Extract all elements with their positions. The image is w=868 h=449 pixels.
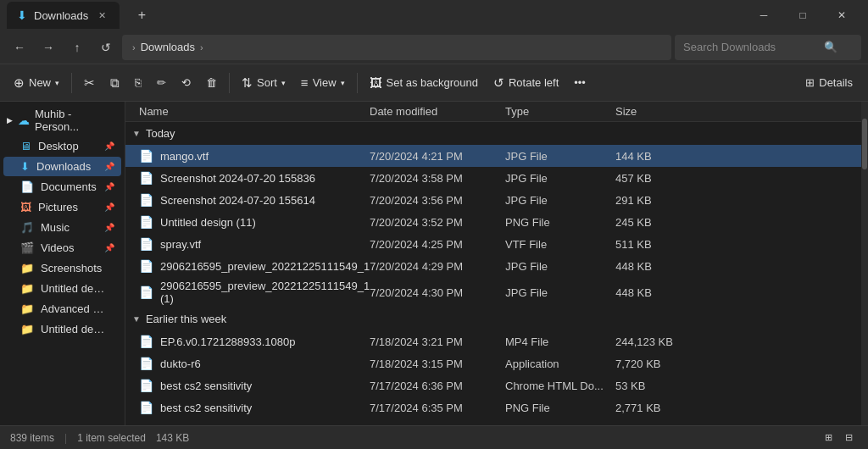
new-button[interactable]: ⊕ New ▾ xyxy=(7,71,66,95)
share-button[interactable]: ⟲ xyxy=(175,72,198,93)
section-label: Today xyxy=(146,127,175,140)
file-name-cell: 📄 dukto-r6 xyxy=(132,357,370,370)
close-button[interactable]: ✕ xyxy=(822,0,861,30)
sidebar-section-header[interactable]: ▶ ☁ Muhib - Person... xyxy=(0,105,125,136)
file-size-cell: 457 KB xyxy=(615,172,683,185)
table-row[interactable]: 📄 dukto-r6 7/18/2024 3:15 PM Application… xyxy=(125,352,861,374)
file-type-cell: JPG File xyxy=(505,150,615,163)
col-name-header: Name xyxy=(132,105,370,118)
pin-icon: 📌 xyxy=(104,162,114,171)
new-chevron: ▾ xyxy=(55,79,59,87)
cut-button[interactable]: ✂ xyxy=(77,71,102,95)
sidebar-item-advanced-fire-(-8[interactable]: 📁 Advanced FIRE ( xyxy=(3,299,121,319)
table-row[interactable]: 📄 Untitled design (11) 7/20/2024 3:52 PM… xyxy=(125,211,861,233)
sidebar-item-pictures-3[interactable]: 🖼 Pictures 📌 xyxy=(3,197,121,217)
sidebar-item-icon: 📁 xyxy=(20,262,34,274)
sidebar-item-label: Untitled design xyxy=(41,282,108,295)
sidebar-item-desktop-0[interactable]: 🖥 Desktop 📌 xyxy=(3,136,121,156)
copy-button[interactable]: ⧉ xyxy=(103,71,126,95)
table-row[interactable]: 📄 EP.6.v0.1721288933.1080p 7/18/2024 3:2… xyxy=(125,330,861,352)
address-input[interactable]: › Downloads › xyxy=(122,35,671,60)
back-button[interactable]: ← xyxy=(7,35,32,60)
file-size-cell: 244,123 KB xyxy=(615,335,683,348)
selected-info: 1 item selected xyxy=(77,432,146,444)
main-content: ▶ ☁ Muhib - Person... 🖥 Desktop 📌 ⬇ Down… xyxy=(0,102,868,425)
file-size-cell: 291 KB xyxy=(615,194,683,207)
sidebar-item-icon: 📁 xyxy=(20,302,34,315)
file-type-cell: MP4 File xyxy=(505,335,615,348)
table-row[interactable]: 📄 2906216595_preview_20221225111549_1 (1… xyxy=(125,277,861,308)
view-chevron: ▾ xyxy=(341,79,345,87)
file-type-cell: JPG File xyxy=(505,286,615,299)
file-icon: 📄 xyxy=(139,335,153,348)
grid-view-button[interactable]: ⊟ xyxy=(839,429,858,447)
table-row[interactable]: 📄 best cs2 sensitivity 7/17/2024 6:36 PM… xyxy=(125,374,861,396)
sidebar-item-music-4[interactable]: 🎵 Music 📌 xyxy=(3,218,121,237)
file-size-cell: 245 KB xyxy=(615,216,683,229)
sidebar-item-documents-2[interactable]: 📄 Documents 📌 xyxy=(3,177,121,197)
scrollbar-track[interactable] xyxy=(861,102,868,425)
file-size-cell: 53 KB xyxy=(615,380,683,392)
delete-icon: 🗑 xyxy=(206,76,217,89)
rotate-button[interactable]: ↺ Rotate left xyxy=(487,71,565,95)
rotate-icon: ↺ xyxy=(493,75,504,91)
details-icon: ⊞ xyxy=(805,76,815,89)
file-size-cell: 511 KB xyxy=(615,238,683,251)
table-row[interactable]: 📄 Screenshot 2024-07-20 155836 7/20/2024… xyxy=(125,167,861,189)
new-tab-button[interactable]: + xyxy=(130,3,153,27)
view-button[interactable]: ≡ View ▾ xyxy=(294,71,352,94)
scrollbar-thumb[interactable] xyxy=(862,119,867,169)
pin-icon: 📌 xyxy=(104,202,114,212)
file-modified-cell: 7/20/2024 3:58 PM xyxy=(370,172,505,185)
sidebar-item-icon: 🎬 xyxy=(20,241,34,254)
file-name-cell: 📄 spray.vtf xyxy=(132,237,370,251)
section-header[interactable]: ▼ Earlier this week xyxy=(125,308,861,330)
table-row[interactable]: 📄 2906216595_preview_20221225111549_1 7/… xyxy=(125,255,861,277)
sidebar-item-icon: 🎵 xyxy=(20,221,34,234)
delete-button[interactable]: 🗑 xyxy=(199,72,224,93)
table-row[interactable]: 📄 spray.vtf 7/20/2024 4:25 PM VTF File 5… xyxy=(125,233,861,255)
rename-button[interactable]: ✏ xyxy=(150,72,173,93)
sidebar-item-label: Videos xyxy=(41,241,75,254)
sidebar-item-icon: 🖥 xyxy=(20,140,31,152)
up-button[interactable]: ↑ xyxy=(64,35,90,60)
details-button[interactable]: ⊞ Details xyxy=(797,72,861,93)
paste-button[interactable]: ⎘ xyxy=(128,72,148,93)
sidebar-item-untitled-design-9[interactable]: 📁 Untitled design xyxy=(3,319,121,339)
sidebar-item-icon: 🖼 xyxy=(20,201,31,213)
maximize-button[interactable]: □ xyxy=(783,0,822,30)
sidebar-item-screenshots-6[interactable]: 📁 Screenshots xyxy=(3,258,121,278)
search-input[interactable] xyxy=(683,41,819,53)
file-type-cell: JPG File xyxy=(505,260,615,273)
sort-button[interactable]: ⇅ Sort ▾ xyxy=(235,71,292,95)
file-type-cell: VTF File xyxy=(505,238,615,251)
more-button[interactable]: ••• xyxy=(567,72,593,93)
search-box[interactable]: 🔍 xyxy=(675,35,861,60)
section-header[interactable]: ▼ Today xyxy=(125,122,861,145)
title-bar-left: ⬇ Downloads ✕ + xyxy=(7,2,744,29)
table-row[interactable]: 📄 mango.vtf 7/20/2024 4:21 PM JPG File 1… xyxy=(125,145,861,167)
table-row[interactable]: 📄 best cs2 sensitivity 7/17/2024 6:35 PM… xyxy=(125,396,861,419)
share-icon: ⟲ xyxy=(181,76,191,89)
file-name-text: spray.vtf xyxy=(160,238,201,251)
file-size-cell: 448 KB xyxy=(615,260,683,273)
col-modified-header: Date modified xyxy=(370,105,505,118)
file-type-cell: Chrome HTML Do... xyxy=(505,380,615,392)
set-bg-label: Set as background xyxy=(387,76,478,89)
sidebar-item-videos-5[interactable]: 🎬 Videos 📌 xyxy=(3,238,121,258)
selected-size: 143 KB xyxy=(156,432,189,444)
window-controls: ─ □ ✕ xyxy=(744,0,861,30)
tab-downloads[interactable]: ⬇ Downloads ✕ xyxy=(7,2,120,29)
forward-button[interactable]: → xyxy=(36,35,61,60)
minimize-button[interactable]: ─ xyxy=(744,0,783,30)
sidebar-item-untitled-design-7[interactable]: 📁 Untitled design xyxy=(3,279,121,298)
tab-close-button[interactable]: ✕ xyxy=(95,8,109,23)
sidebar-item-downloads-1[interactable]: ⬇ Downloads 📌 xyxy=(3,157,121,176)
list-view-button[interactable]: ⊞ xyxy=(819,429,837,447)
file-name-cell: 📄 best cs2 sensitivity xyxy=(132,401,370,414)
set-background-button[interactable]: 🖼 Set as background xyxy=(363,71,485,94)
sort-label: Sort xyxy=(257,76,277,89)
pin-icon: 📌 xyxy=(104,223,114,232)
table-row[interactable]: 📄 Screenshot 2024-07-20 155614 7/20/2024… xyxy=(125,189,861,211)
refresh-button[interactable]: ↺ xyxy=(93,35,119,60)
